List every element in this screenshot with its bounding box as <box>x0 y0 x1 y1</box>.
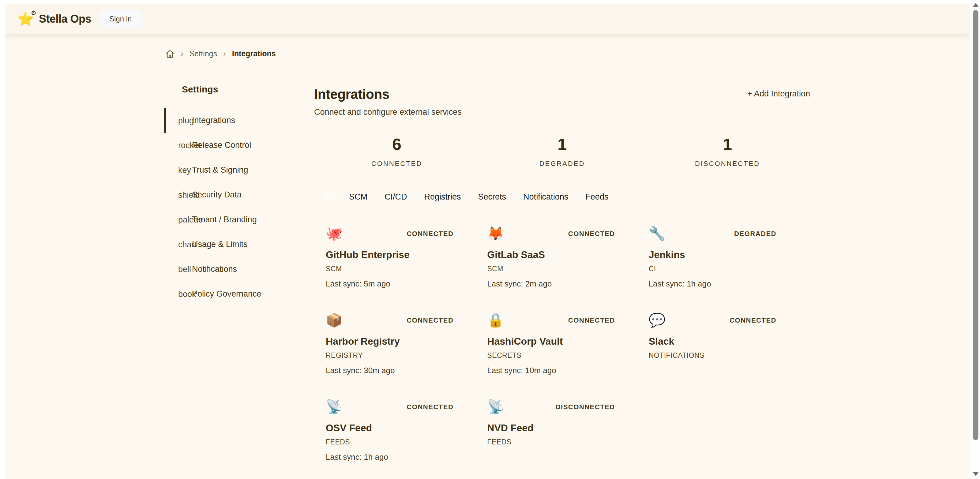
tab-all[interactable]: All <box>323 192 332 202</box>
breadcrumb-settings[interactable]: Settings <box>189 49 217 58</box>
integration-name: Harbor Registry <box>326 336 453 347</box>
fox-icon: 🦊 <box>487 226 504 242</box>
satellite-icon: 📡 <box>487 399 504 415</box>
top-bar: ⭐⚙ Stella Ops Sign in <box>5 4 970 34</box>
satellite-icon: 📡 <box>326 399 343 415</box>
integration-last-sync: Last sync: 10m ago <box>487 366 615 375</box>
stat-value: 6 <box>314 135 479 154</box>
card-osv-feed[interactable]: 📡 CONNECTED OSV Feed FEEDS Last sync: 1h… <box>326 399 487 468</box>
sidebar-item-label: Security Data <box>192 190 242 200</box>
sidebar-item-usage-limits[interactable]: chart Usage & Limits <box>164 232 314 257</box>
integration-category: CI <box>649 265 776 273</box>
integration-name: Jenkins <box>649 249 776 261</box>
stat-label: DISCONNECTED <box>645 160 810 168</box>
speech-balloon-icon: 💬 <box>649 312 666 328</box>
scrollbar-thumb[interactable] <box>973 10 978 440</box>
settings-sidebar: Settings plug Integrations rocket Releas… <box>164 84 314 468</box>
sidebar-item-integrations[interactable]: plug Integrations <box>164 108 314 133</box>
sidebar-nav: plug Integrations rocket Release Control… <box>164 108 314 306</box>
status-badge: CONNECTED <box>407 403 453 411</box>
status-badge: CONNECTED <box>568 230 615 238</box>
sidebar-item-label: Trust & Signing <box>192 165 248 175</box>
card-jenkins[interactable]: 🔧 DEGRADED Jenkins CI Last sync: 1h ago <box>649 226 810 294</box>
status-badge: CONNECTED <box>407 230 453 238</box>
integration-category: REGISTRY <box>326 352 453 360</box>
sidebar-item-tenant-branding[interactable]: palette Tenant / Branding <box>164 207 314 232</box>
breadcrumb: › Settings › Integrations <box>165 49 970 59</box>
integration-last-sync: Last sync: 5m ago <box>326 279 453 289</box>
integration-category: FEEDS <box>326 438 453 446</box>
bell-icon: bell <box>178 264 191 274</box>
sidebar-item-release-control[interactable]: rocket Release Control <box>164 133 314 158</box>
stat-value: 1 <box>479 135 645 154</box>
integration-category: SECRETS <box>487 352 615 360</box>
sign-in-button[interactable]: Sign in <box>100 10 141 28</box>
add-integration-button[interactable]: + Add Integration <box>747 89 810 99</box>
sidebar-item-security-data[interactable]: shield Security Data <box>164 182 314 207</box>
stat-disconnected: 1 DISCONNECTED <box>645 135 810 168</box>
status-badge: CONNECTED <box>407 317 453 325</box>
gear-icon: ⚙ <box>31 10 37 16</box>
sidebar-item-label: Release Control <box>192 140 251 150</box>
stat-label: DEGRADED <box>479 160 645 168</box>
sidebar-item-label: Policy Governance <box>192 289 261 299</box>
tab-feeds[interactable]: Feeds <box>585 192 608 202</box>
sidebar-heading: Settings <box>164 84 314 95</box>
sidebar-item-label: Notifications <box>192 264 237 274</box>
card-github-enterprise[interactable]: 🐙 CONNECTED GitHub Enterprise SCM Last s… <box>326 226 487 294</box>
integration-category: NOTIFICATIONS <box>649 352 776 360</box>
sidebar-item-notifications[interactable]: bell Notifications <box>164 257 314 282</box>
key-icon: key <box>178 165 191 175</box>
tab-registries[interactable]: Registries <box>424 192 461 202</box>
sidebar-item-label: Usage & Limits <box>192 240 248 249</box>
stat-label: CONNECTED <box>314 160 479 168</box>
card-slack[interactable]: 💬 CONNECTED Slack NOTIFICATIONS <box>649 312 810 381</box>
tab-notifications[interactable]: Notifications <box>523 192 568 202</box>
breadcrumb-integrations: Integrations <box>232 49 276 58</box>
scroll-down-arrow-icon[interactable] <box>973 472 978 476</box>
integration-last-sync: Last sync: 2m ago <box>487 279 615 289</box>
integration-last-sync: Last sync: 1h ago <box>649 279 776 289</box>
empty-grid-cell <box>649 399 810 468</box>
integration-name: OSV Feed <box>326 422 453 434</box>
tab-scm[interactable]: SCM <box>349 192 368 202</box>
status-summary: 6 CONNECTED 1 DEGRADED 1 DISCONNECTED <box>314 135 810 168</box>
app-page: ⭐⚙ Stella Ops Sign in › Settings › Integ… <box>5 4 970 479</box>
status-badge: CONNECTED <box>730 317 776 325</box>
lock-icon: 🔒 <box>487 312 504 328</box>
sidebar-item-label: Tenant / Branding <box>192 215 257 224</box>
integration-last-sync: Last sync: 30m ago <box>326 366 453 375</box>
status-badge: CONNECTED <box>568 317 615 325</box>
stat-connected: 6 CONNECTED <box>314 135 479 168</box>
sidebar-item-trust-signing[interactable]: key Trust & Signing <box>164 158 314 182</box>
stat-value: 1 <box>645 135 810 154</box>
integration-name: GitLab SaaS <box>487 249 615 261</box>
integration-category: FEEDS <box>487 438 615 446</box>
scroll-up-arrow-icon[interactable] <box>973 3 978 7</box>
integration-name: NVD Feed <box>487 422 615 434</box>
breadcrumb-separator: › <box>223 49 226 59</box>
card-hashicorp-vault[interactable]: 🔒 CONNECTED HashiCorp Vault SECRETS Last… <box>487 312 648 381</box>
sidebar-item-label: Integrations <box>192 116 235 125</box>
status-badge: DISCONNECTED <box>556 403 615 411</box>
card-harbor-registry[interactable]: 📦 CONNECTED Harbor Registry REGISTRY Las… <box>326 312 487 381</box>
tab-cicd[interactable]: CI/CD <box>385 192 407 202</box>
card-gitlab-saas[interactable]: 🦊 CONNECTED GitLab SaaS SCM Last sync: 2… <box>487 226 648 294</box>
integration-cards: 🐙 CONNECTED GitHub Enterprise SCM Last s… <box>314 226 810 468</box>
page-title: Integrations <box>314 87 462 102</box>
category-tabs: All SCM CI/CD Registries Secrets Notific… <box>314 192 810 202</box>
home-icon[interactable] <box>165 49 175 59</box>
stella-ops-logo-star-icon: ⭐⚙ <box>17 12 34 26</box>
integration-last-sync <box>487 452 615 461</box>
stat-degraded: 1 DEGRADED <box>479 135 645 168</box>
brand-title: Stella Ops <box>39 13 91 25</box>
sidebar-item-policy-governance[interactable]: book Policy Governance <box>164 282 314 306</box>
integration-last-sync <box>649 366 776 375</box>
card-nvd-feed[interactable]: 📡 DISCONNECTED NVD Feed FEEDS <box>487 399 648 468</box>
integration-category: SCM <box>487 265 615 273</box>
breadcrumb-separator: › <box>181 49 183 59</box>
tab-secrets[interactable]: Secrets <box>478 192 506 202</box>
status-badge: DEGRADED <box>734 230 776 238</box>
vertical-scrollbar[interactable] <box>971 0 980 479</box>
integrations-main: Integrations Connect and configure exter… <box>314 84 810 468</box>
